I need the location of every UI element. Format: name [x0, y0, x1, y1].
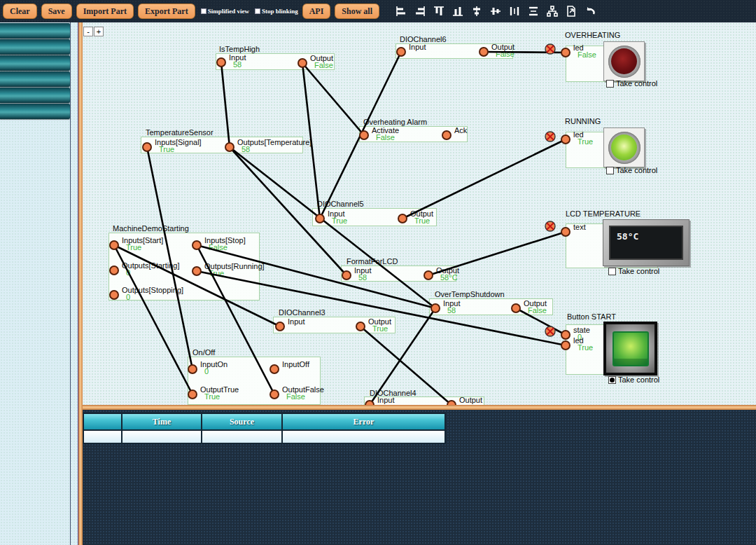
align-left-icon[interactable] — [395, 5, 407, 18]
error-table-empty-row — [83, 430, 445, 443]
align-middle-vertical-icon[interactable] — [470, 5, 483, 18]
port[interactable] — [192, 266, 202, 276]
port-value: False — [528, 306, 547, 315]
api-button[interactable]: API — [302, 4, 331, 19]
wire[interactable] — [302, 63, 364, 135]
align-top-icon[interactable] — [433, 5, 445, 18]
port[interactable] — [298, 58, 307, 68]
wire[interactable] — [230, 147, 435, 308]
port[interactable] — [396, 47, 406, 57]
port[interactable] — [561, 340, 570, 350]
connection-anchor-icon[interactable] — [545, 326, 556, 337]
take-control-checkbox[interactable] — [606, 80, 614, 88]
block-title: TemperatureSensor — [146, 128, 214, 137]
port-value: True — [372, 324, 388, 333]
port-value: 58 — [241, 145, 250, 153]
connection-anchor-icon[interactable] — [545, 221, 556, 232]
led-bulb — [611, 134, 637, 160]
checkbox-icon[interactable] — [201, 8, 206, 14]
wire[interactable] — [402, 139, 566, 219]
canvas-bottom-border — [83, 405, 756, 410]
port[interactable] — [188, 364, 197, 374]
push-button[interactable] — [603, 322, 657, 375]
take-control-checkbox[interactable] — [606, 167, 614, 174]
clear-button[interactable]: Clear — [3, 4, 37, 19]
port-value: False — [314, 61, 333, 69]
port[interactable] — [188, 389, 197, 399]
port[interactable] — [561, 48, 570, 57]
block-title: IsTempHigh — [219, 45, 260, 53]
stop-blinking-checkbox[interactable]: Stop blinking — [255, 8, 298, 15]
take-control-checkbox[interactable] — [608, 376, 616, 384]
port[interactable] — [142, 142, 152, 152]
port[interactable] — [430, 303, 440, 313]
sidebar-part-bar[interactable] — [0, 88, 70, 103]
take-control-checkbox[interactable] — [608, 268, 616, 275]
port[interactable] — [511, 303, 521, 313]
port[interactable] — [270, 389, 279, 399]
port[interactable] — [561, 227, 570, 237]
port-value: True — [578, 343, 593, 352]
sidebar-part-bar[interactable] — [0, 104, 70, 119]
simplified-view-checkbox[interactable]: Simplified view — [201, 8, 249, 15]
port[interactable] — [109, 240, 119, 250]
simplified-view-label: Simplified view — [208, 8, 249, 15]
distribute-horizontal-icon[interactable] — [508, 5, 521, 18]
port[interactable] — [359, 130, 369, 140]
import-part-button[interactable]: Import Part — [76, 4, 134, 19]
port-value: True — [578, 137, 593, 146]
port[interactable] — [561, 330, 570, 340]
port-label: Outputs[Stopping] — [122, 286, 183, 294]
export-part-button[interactable]: Export Part — [138, 4, 195, 19]
port-value: 58 — [447, 306, 456, 315]
port[interactable] — [275, 322, 285, 331]
error-table-header-blank — [83, 413, 122, 430]
port[interactable] — [356, 322, 365, 331]
error-table-header-source: Source — [202, 413, 282, 430]
port-label: Input — [409, 43, 426, 51]
align-bottom-icon[interactable] — [451, 5, 464, 18]
port-value: 0 — [204, 367, 209, 375]
sidebar-part-bar[interactable] — [0, 39, 70, 55]
port[interactable] — [398, 214, 407, 223]
port[interactable] — [216, 57, 226, 67]
sidebar-part-bar[interactable] — [0, 71, 70, 87]
port[interactable] — [225, 142, 234, 152]
port[interactable] — [270, 364, 279, 374]
port-label: Input — [377, 396, 394, 404]
port[interactable] — [109, 265, 119, 275]
auto-layout-icon[interactable] — [546, 5, 559, 18]
led-indicator-off — [603, 41, 645, 81]
port[interactable] — [424, 270, 433, 280]
undo-icon[interactable] — [584, 5, 596, 18]
checkbox-icon[interactable] — [255, 8, 260, 14]
save-button[interactable]: Save — [41, 4, 72, 19]
port[interactable] — [192, 240, 202, 250]
port-label: Output — [459, 396, 482, 404]
wire[interactable] — [221, 62, 230, 147]
port[interactable] — [109, 290, 119, 300]
sidebar-part-bar[interactable] — [0, 55, 70, 71]
take-control-label: Take control — [618, 375, 659, 384]
port[interactable] — [342, 270, 351, 280]
port[interactable] — [315, 214, 325, 223]
distribute-vertical-icon[interactable] — [527, 5, 540, 18]
align-middle-horizontal-icon[interactable] — [489, 5, 502, 18]
port[interactable] — [442, 130, 451, 140]
zoom-out-button[interactable]: - — [83, 27, 93, 36]
port[interactable] — [479, 47, 489, 57]
push-button-cap[interactable] — [612, 331, 649, 366]
sidebar-part-bar[interactable] — [0, 23, 70, 39]
port[interactable] — [561, 134, 570, 144]
show-all-button[interactable]: Show all — [335, 4, 379, 19]
block-title: FormatForLCD — [346, 257, 398, 265]
connection-anchor-icon[interactable] — [545, 131, 556, 142]
error-table-header-error: Error — [282, 413, 445, 430]
export-image-icon[interactable] — [565, 5, 578, 18]
lcd-display: 58°C — [603, 219, 690, 266]
alignment-toolbar — [395, 5, 596, 18]
zoom-in-button[interactable]: + — [94, 27, 104, 36]
align-right-icon[interactable] — [414, 5, 426, 18]
connection-anchor-icon[interactable] — [545, 43, 556, 55]
port-value: False — [286, 392, 305, 401]
